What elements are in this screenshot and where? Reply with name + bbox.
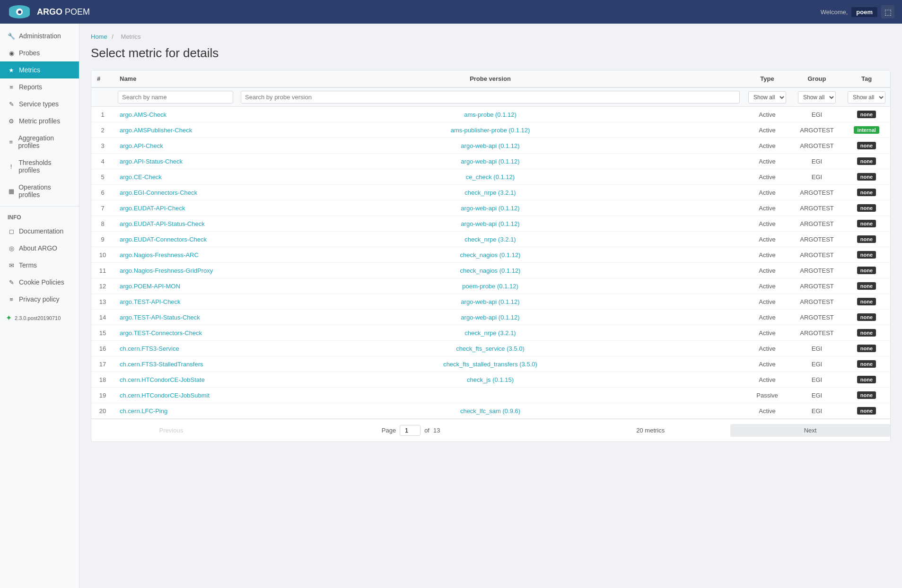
search-name-input[interactable] (118, 91, 233, 104)
probe-version-link[interactable]: argo-web-api (0.1.12) (461, 158, 519, 165)
sidebar-label-aggregation-profiles: Aggregation profiles (18, 134, 71, 149)
metric-name-link[interactable]: ch.cern.FTS3-StalledTransfers (120, 361, 203, 368)
table-row: 8argo.EUDAT-API-Status-Checkargo-web-api… (91, 216, 890, 232)
metric-name-link[interactable]: argo.API-Status-Check (120, 158, 183, 165)
row-probe: ams-probe (0.1.12) (237, 107, 744, 122)
row-group: ARGOTEST (791, 216, 843, 232)
metric-name-link[interactable]: argo.CE-Check (120, 173, 162, 181)
metric-name-link[interactable]: argo.Nagios-Freshness-GridProxy (120, 267, 213, 274)
probe-version-link[interactable]: argo-web-api (0.1.12) (461, 142, 519, 149)
tag-badge: none (857, 173, 876, 181)
sidebar-item-metrics[interactable]: ★ Metrics (0, 61, 79, 78)
info-section-label: INFO (0, 209, 79, 223)
metric-name-link[interactable]: argo.TEST-API-Status-Check (120, 314, 200, 321)
sidebar-item-service-types[interactable]: ✎ Service types (0, 95, 79, 112)
row-type: Active (744, 403, 791, 419)
next-button[interactable]: Next (730, 424, 890, 437)
documentation-icon: ◻ (8, 228, 15, 235)
metric-name-link[interactable]: ch.cern.HTCondorCE-JobState (120, 376, 205, 383)
table-row: 9argo.EUDAT-Connectors-Checkcheck_nrpe (… (91, 232, 890, 247)
row-group: ARGOTEST (791, 247, 843, 263)
sidebar-item-terms[interactable]: ✉ Terms (0, 257, 79, 274)
reports-icon: ≡ (8, 84, 15, 91)
probe-version-link[interactable]: check_nagios (0.1.12) (460, 267, 521, 274)
tag-badge: none (857, 204, 876, 212)
metric-name-link[interactable]: argo.API-Check (120, 142, 163, 149)
page-number-input[interactable] (400, 425, 420, 436)
metric-name-link[interactable]: ch.cern.LFC-Ping (120, 407, 167, 415)
sidebar-item-metric-profiles[interactable]: ⚙ Metric profiles (0, 112, 79, 130)
probe-version-link[interactable]: check_nrpe (3.2.1) (464, 236, 516, 243)
metric-name-link[interactable]: argo.EGI-Connectors-Check (120, 189, 197, 196)
table-wrapper: # Name Probe version Type Group Tag (91, 70, 890, 419)
metric-name-link[interactable]: argo.EUDAT-API-Check (120, 205, 185, 212)
sidebar-item-aggregation-profiles[interactable]: ≡ Aggregation profiles (0, 130, 79, 154)
tag-filter-select[interactable]: Show all (848, 91, 885, 104)
row-group: EGI (791, 154, 843, 169)
probe-version-link[interactable]: ams-probe (0.1.12) (464, 111, 517, 118)
sidebar-item-operations-profiles[interactable]: ▦ Operations profiles (0, 179, 79, 203)
version-text: 2.3.0.post20190710 (15, 315, 61, 321)
metric-name-link[interactable]: ch.cern.FTS3-Service (120, 345, 179, 352)
operations-profiles-icon: ▦ (8, 188, 15, 195)
sidebar-label-cookie-policies: Cookie Policies (19, 278, 64, 286)
row-group: ARGOTEST (791, 278, 843, 294)
row-group: ARGOTEST (791, 232, 843, 247)
sidebar-item-probes[interactable]: ◉ Probes (0, 44, 79, 61)
metric-name-link[interactable]: argo.EUDAT-Connectors-Check (120, 236, 207, 243)
sidebar-divider (0, 206, 79, 207)
sidebar-item-administration[interactable]: 🔧 Administration (0, 27, 79, 44)
sidebar-item-cookie-policies[interactable]: ✎ Cookie Policies (0, 274, 79, 291)
row-type: Active (744, 107, 791, 122)
breadcrumb-home[interactable]: Home (91, 33, 107, 40)
breadcrumb: Home / Metrics (91, 33, 891, 40)
probe-version-link[interactable]: argo-web-api (0.1.12) (461, 220, 519, 227)
group-filter-select[interactable]: Show all (798, 91, 836, 104)
logo-eye (9, 5, 30, 18)
sidebar-item-reports[interactable]: ≡ Reports (0, 78, 79, 95)
metric-name-link[interactable]: argo.AMSPublisher-Check (120, 127, 192, 134)
search-probe-input[interactable] (241, 91, 740, 104)
metric-name-link[interactable]: argo.POEM-API-MON (120, 283, 180, 290)
sidebar-item-thresholds-profiles[interactable]: ! Thresholds profiles (0, 154, 79, 179)
probe-version-link[interactable]: check_nrpe (3.2.1) (464, 189, 516, 196)
probe-version-link[interactable]: check_nagios (0.1.12) (460, 251, 521, 259)
row-probe: ams-publisher-probe (0.1.12) (237, 122, 744, 138)
row-probe: check_nagios (0.1.12) (237, 263, 744, 278)
logo-icon (8, 3, 31, 20)
sidebar-item-documentation[interactable]: ◻ Documentation (0, 223, 79, 240)
row-name: argo.AMSPublisher-Check (114, 122, 237, 138)
probe-version-link[interactable]: check_js (0.1.15) (467, 376, 514, 383)
metric-name-link[interactable]: argo.EUDAT-API-Status-Check (120, 220, 205, 227)
type-filter-select[interactable]: Show all (748, 91, 786, 104)
metric-name-link[interactable]: argo.Nagios-Freshness-ARC (120, 251, 199, 259)
probe-version-link[interactable]: argo-web-api (0.1.12) (461, 314, 519, 321)
metric-name-link[interactable]: ch.cern.HTCondorCE-JobSubmit (120, 392, 210, 399)
sidebar-label-thresholds-profiles: Thresholds profiles (18, 159, 71, 174)
sidebar-item-privacy-policy[interactable]: ≡ Privacy policy (0, 291, 79, 308)
header-action-button[interactable]: ⬚ (881, 5, 894, 18)
metric-name-link[interactable]: argo.AMS-Check (120, 111, 166, 118)
row-type: Active (744, 185, 791, 200)
probe-version-link[interactable]: ce_check (0.1.12) (466, 173, 515, 181)
probe-version-link[interactable]: check_fts_service (3.5.0) (456, 345, 525, 352)
sidebar-item-about-argo[interactable]: ◎ About ARGO (0, 240, 79, 257)
row-probe: check_nrpe (3.2.1) (237, 232, 744, 247)
probe-version-link[interactable]: check_fts_stalled_transfers (3.5.0) (443, 361, 537, 368)
page-title: Select metric for details (91, 46, 891, 61)
probe-version-link[interactable]: argo-web-api (0.1.12) (461, 298, 519, 305)
row-num: 3 (91, 138, 114, 154)
probe-version-link[interactable]: ams-publisher-probe (0.1.12) (451, 127, 530, 134)
probe-version-link[interactable]: check_lfc_sam (0.9.6) (460, 407, 520, 415)
row-num: 19 (91, 388, 114, 403)
sidebar-label-about-argo: About ARGO (19, 244, 57, 252)
probe-version-link[interactable]: argo-web-api (0.1.12) (461, 205, 519, 212)
sidebar: 🔧 Administration ◉ Probes ★ Metrics ≡ Re… (0, 24, 79, 588)
probe-version-link[interactable]: poem-probe (0.1.12) (462, 283, 518, 290)
probe-version-link[interactable]: check_nrpe (3.2.1) (464, 329, 516, 337)
row-group: ARGOTEST (791, 263, 843, 278)
metric-name-link[interactable]: argo.TEST-Connectors-Check (120, 329, 202, 337)
prev-button[interactable]: Previous (150, 424, 193, 437)
metric-name-link[interactable]: argo.TEST-API-Check (120, 298, 181, 305)
row-num: 17 (91, 356, 114, 372)
